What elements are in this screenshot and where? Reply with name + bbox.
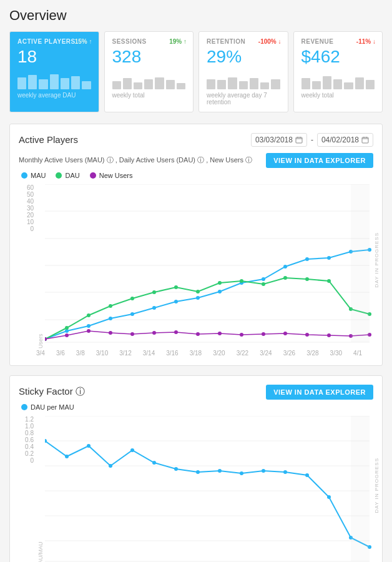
svg-point-55 xyxy=(218,332,222,335)
legend-dau[interactable]: DAU xyxy=(56,172,79,179)
active-players-section-title: Active Players xyxy=(19,134,78,145)
date-from-picker[interactable]: 03/03/2018 xyxy=(251,133,307,147)
svg-point-59 xyxy=(305,333,309,337)
svg-point-33 xyxy=(87,313,91,317)
svg-point-19 xyxy=(130,312,134,316)
sticky-factor-title: Sticky Factor ⓘ xyxy=(19,386,85,398)
metric-card-sessions: SESSIONS 19% ↑ 328 weekly total xyxy=(104,31,194,112)
retention-minibars xyxy=(207,69,280,89)
svg-point-20 xyxy=(152,306,156,310)
sessions-change: 19% ↑ xyxy=(169,38,187,45)
svg-point-35 xyxy=(130,297,134,300)
retention-sub: weekly average day 7 retention xyxy=(207,92,280,106)
svg-point-53 xyxy=(174,330,178,334)
svg-point-83 xyxy=(305,473,309,477)
metric-card-retention: RETENTION -100% ↓ 29% weekly average day… xyxy=(198,31,288,112)
sticky-y-label: DAU/MAU xyxy=(37,416,44,562)
svg-point-49 xyxy=(87,329,91,333)
legend-dau-per-mau[interactable]: DAU per MAU xyxy=(21,403,74,411)
active-players-x-axis: 3/43/63/83/103/123/143/163/183/203/223/2… xyxy=(19,350,373,357)
active-players-change: 15% ↑ xyxy=(75,38,92,45)
svg-point-28 xyxy=(327,256,331,260)
sticky-info-icon[interactable]: ⓘ xyxy=(76,386,85,397)
sticky-factor-section: Sticky Factor ⓘ VIEW IN DATA EXPLORER DA… xyxy=(9,375,383,562)
active-players-chart-title-row: Monthly Active Users (MAU) ⓘ , Daily Act… xyxy=(19,153,373,168)
svg-point-40 xyxy=(240,279,243,283)
svg-point-54 xyxy=(196,332,200,336)
day-in-progress-label-2: DAY IN PROGRESS xyxy=(371,416,382,555)
svg-point-42 xyxy=(283,276,287,280)
active-players-view-btn[interactable]: VIEW IN DATA EXPLORER xyxy=(266,153,373,168)
metric-card-revenue: REVENUE -11% ↓ $462 weekly total xyxy=(293,31,383,112)
svg-point-60 xyxy=(327,333,331,337)
revenue-minibars xyxy=(301,69,375,89)
sticky-chart-area: 1.21.00.80.60.40.20 DAU/MAU xyxy=(19,416,373,562)
active-players-value: 18 xyxy=(17,47,91,67)
svg-rect-63 xyxy=(351,184,370,342)
svg-point-39 xyxy=(218,281,222,285)
svg-point-77 xyxy=(174,467,178,471)
svg-point-82 xyxy=(283,470,287,474)
svg-point-57 xyxy=(262,332,265,336)
svg-point-22 xyxy=(196,296,200,300)
svg-point-73 xyxy=(87,444,91,448)
day-in-progress-label-1: DAY IN PROGRESS xyxy=(371,184,382,336)
svg-point-50 xyxy=(109,331,112,335)
sticky-view-btn[interactable]: VIEW IN DATA EXPLORER xyxy=(266,385,373,400)
svg-point-80 xyxy=(240,471,243,475)
svg-point-79 xyxy=(218,469,222,473)
svg-point-21 xyxy=(174,300,178,303)
svg-point-26 xyxy=(283,265,287,269)
svg-point-41 xyxy=(262,282,265,286)
svg-rect-4 xyxy=(362,137,368,143)
dau-info-icon[interactable]: ⓘ xyxy=(197,156,204,164)
active-players-chart-area: 6050403020100 Users xyxy=(19,184,373,348)
sessions-value: 328 xyxy=(112,47,186,67)
active-players-sub: weekly average DAU xyxy=(17,92,91,99)
active-players-header: Active Players 03/03/2018 - 04/02/2018 xyxy=(19,133,373,147)
svg-point-74 xyxy=(109,464,112,468)
active-players-section: Active Players 03/03/2018 - 04/02/2018 M… xyxy=(9,124,383,366)
sticky-legend: DAU per MAU xyxy=(19,403,373,411)
sessions-sub: weekly total xyxy=(112,92,186,99)
retention-change: -100% ↓ xyxy=(258,38,282,45)
svg-point-52 xyxy=(152,331,156,335)
svg-point-51 xyxy=(130,332,134,336)
svg-point-44 xyxy=(327,279,331,283)
svg-point-48 xyxy=(65,333,69,337)
sticky-factor-title-row: Sticky Factor ⓘ VIEW IN DATA EXPLORER xyxy=(19,385,373,400)
svg-point-25 xyxy=(262,277,265,281)
retention-value: 29% xyxy=(207,47,280,67)
date-range: 03/03/2018 - 04/02/2018 xyxy=(251,133,373,147)
revenue-value: $462 xyxy=(301,47,375,67)
legend-mau[interactable]: MAU xyxy=(21,172,46,179)
active-players-legend: MAU DAU New Users xyxy=(19,172,373,179)
svg-point-76 xyxy=(152,461,156,465)
sticky-chart-svg xyxy=(45,416,382,562)
revenue-change: -11% ↓ xyxy=(356,38,376,45)
svg-point-43 xyxy=(305,277,309,281)
active-players-y-axis: 6050403020100 xyxy=(19,184,36,232)
svg-point-18 xyxy=(109,317,112,320)
legend-new-users[interactable]: New Users xyxy=(90,172,133,179)
active-players-y-label: Users xyxy=(37,184,44,348)
new-users-info-icon[interactable]: ⓘ xyxy=(245,156,252,164)
svg-point-38 xyxy=(196,290,200,293)
svg-point-17 xyxy=(87,324,91,328)
sessions-minibars xyxy=(112,69,186,89)
svg-point-32 xyxy=(65,326,69,330)
active-players-chart-labels: Monthly Active Users (MAU) ⓘ , Daily Act… xyxy=(19,155,252,165)
svg-point-58 xyxy=(283,332,287,335)
active-players-minibars xyxy=(17,69,91,89)
metric-card-active-players: ACTIVE PLAYERS 15% ↑ 18 weekly average D… xyxy=(9,31,99,112)
active-players-chart-svg xyxy=(45,184,382,348)
svg-point-84 xyxy=(327,495,331,499)
svg-point-78 xyxy=(196,470,200,474)
svg-point-34 xyxy=(109,304,112,308)
revenue-sub: weekly total xyxy=(301,92,375,99)
date-to-picker[interactable]: 04/02/2018 xyxy=(317,133,373,147)
svg-point-27 xyxy=(305,257,309,261)
mau-info-icon[interactable]: ⓘ xyxy=(107,156,114,164)
svg-point-23 xyxy=(218,290,222,293)
svg-point-81 xyxy=(262,469,265,473)
